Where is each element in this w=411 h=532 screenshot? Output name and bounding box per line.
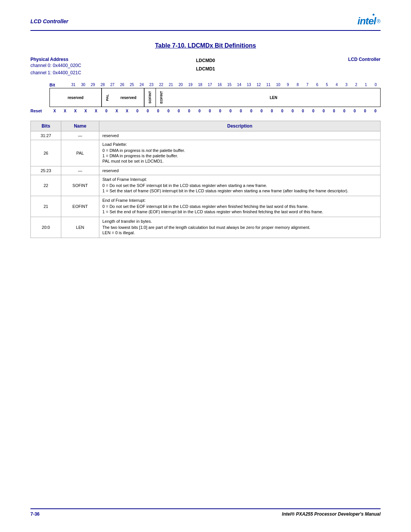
reg-cell-reserved-left: reserved	[50, 88, 102, 107]
table-row: 31:27 — reserved	[31, 131, 381, 140]
name-cell: —	[61, 131, 99, 140]
address-channel0: channel 0: 0x4400_020C	[30, 62, 147, 69]
reset-val-14: 0	[225, 109, 236, 113]
bit-8: 8	[293, 83, 303, 87]
desc-cell: Start of Frame Interrupt: 0 = Do not set…	[99, 175, 381, 196]
table-row: 21 EOFINT End of Frame Interrupt: 0 = Do…	[31, 196, 381, 217]
page-header: LCD Controller intel ®	[30, 15, 381, 31]
bits-cell: 31:27	[31, 131, 61, 140]
register-diagram-wrapper: reserved PAL reserved SOFINT EOFINT LEN	[30, 88, 381, 108]
italic-not: not	[146, 148, 151, 153]
bit-30: 30	[78, 83, 88, 87]
table-title: Table 7-10. LDCMDx Bit Definitions	[30, 42, 381, 49]
bit-numbers-header: Bit 31 30 29 28 27 26 25 24 23 22 21 20 …	[49, 83, 381, 87]
bit-label: Bit	[49, 83, 68, 87]
reset-val-22: 0	[143, 109, 153, 113]
table-row: 20:0 LEN Length of transfer in bytes. Th…	[31, 217, 381, 238]
bit-19: 19	[186, 83, 196, 87]
bit-14: 14	[234, 83, 244, 87]
reset-val-12: 0	[246, 109, 256, 113]
reset-val-4: 0	[329, 109, 339, 113]
reg-cell-sofint: SOFINT	[144, 88, 156, 107]
reset-val-2: 0	[349, 109, 360, 113]
bit-31: 31	[68, 83, 78, 87]
register-diagram: reserved PAL reserved SOFINT EOFINT LEN	[49, 88, 381, 107]
reset-val-9: 0	[277, 109, 287, 113]
bit-23: 23	[147, 83, 156, 87]
bit-1: 1	[361, 83, 371, 87]
bit-16: 16	[215, 83, 225, 87]
reset-val-30: X	[60, 109, 70, 113]
page-number: 7-36	[30, 511, 40, 517]
reset-val-26: 0	[101, 109, 112, 113]
reset-val-17: 0	[194, 109, 205, 113]
intel-wordmark: intel	[357, 15, 376, 27]
lcd-controller-right-label: LCD Controller	[264, 57, 381, 62]
reset-val-23: 0	[132, 109, 143, 113]
reg-cell-pal: PAL	[102, 88, 113, 107]
page-footer: 7-36 Intel® PXA255 Processor Developer's…	[30, 508, 381, 517]
reset-val-11: 0	[256, 109, 267, 113]
reg-label-spacer	[30, 88, 49, 108]
bit-7: 7	[303, 83, 312, 87]
desc-line-3: PAL must not be set in LDCMD1.	[102, 159, 377, 163]
bits-cell: 21	[31, 196, 61, 217]
bit-9: 9	[283, 83, 293, 87]
table-row: 22 SOFINT Start of Frame Interrupt: 0 = …	[31, 175, 381, 196]
bits-column-header: Bits	[31, 121, 61, 131]
name-cell: PAL	[61, 140, 99, 166]
name-column-header: Name	[61, 121, 99, 131]
desc-title: Load Palette:	[102, 142, 377, 147]
footer-document-title: Intel® PXA255 Processor Developer's Manu…	[282, 511, 381, 517]
bit-3: 3	[342, 83, 352, 87]
bit-25: 25	[127, 83, 137, 87]
ldcmd0-label: LDCMD0	[147, 57, 264, 65]
header-title: LCD Controller	[30, 18, 68, 24]
bit-27: 27	[108, 83, 118, 87]
reset-val-1: 0	[360, 109, 370, 113]
bits-cell: 20:0	[31, 217, 61, 238]
reset-val-20: 0	[163, 109, 174, 113]
bits-cell: 25:23	[31, 166, 61, 175]
reset-val-10: 0	[267, 109, 277, 113]
desc-sofint-line-2: 1 = Set the start of frame (SOF) interru…	[102, 189, 377, 193]
reg-cell-reserved-mid: reserved	[113, 88, 145, 107]
table-header-row: Bits Name Description	[31, 121, 381, 131]
reset-val-31: X	[49, 109, 60, 113]
desc-title-len: Length of transfer in bytes.	[102, 219, 377, 224]
reset-val-3: 0	[339, 109, 349, 113]
reset-val-13: 0	[236, 109, 246, 113]
reset-values-row: X X X X X 0 X X 0 0 0 0 0 0 0 0 0 0 0 0 …	[49, 109, 381, 113]
desc-cell: End of Frame Interrupt: 0 = Do not set t…	[99, 196, 381, 217]
bit-18: 18	[195, 83, 205, 87]
reset-val-16: 0	[205, 109, 215, 113]
desc-len-line-2: LEN = 0 is illegal.	[102, 230, 377, 235]
bit-24: 24	[137, 83, 147, 87]
address-section: Physical Address channel 0: 0x4400_020C …	[30, 57, 381, 77]
bits-cell: 26	[31, 140, 61, 166]
name-cell: EOFINT	[61, 196, 99, 217]
reset-val-18: 0	[184, 109, 194, 113]
reset-val-29: X	[70, 109, 80, 113]
bit-26: 26	[117, 83, 127, 87]
desc-eofint-line-1: 0 = Do not set the EOF interrupt bit in …	[102, 204, 377, 209]
bit-10: 10	[273, 83, 283, 87]
reset-val-21: 0	[153, 109, 163, 113]
table-row: 25:23 — reserved	[31, 166, 381, 175]
name-cell: —	[61, 166, 99, 175]
desc-cell: Length of transfer in bytes. The two low…	[99, 217, 381, 238]
desc-sofint-line-1: 0 = Do not set the SOF interrupt bit in …	[102, 183, 377, 188]
bit-13: 13	[244, 83, 254, 87]
bit-0: 0	[371, 83, 381, 87]
reg-cell-len: LEN	[167, 88, 380, 107]
reset-val-19: 0	[174, 109, 184, 113]
ldcmd1-label: LDCMD1	[147, 65, 264, 73]
reg-cell-eofint: EOFINT	[156, 88, 167, 107]
reset-val-6: 0	[308, 109, 319, 113]
bit-4: 4	[332, 83, 342, 87]
desc-title-eofint: End of Frame Interrupt:	[102, 198, 377, 203]
table-row: 26 PAL Load Palette: 0 = DMA in progress…	[31, 140, 381, 166]
bit-5: 5	[322, 83, 332, 87]
address-left: Physical Address channel 0: 0x4400_020C …	[30, 57, 147, 77]
name-cell: LEN	[61, 217, 99, 238]
